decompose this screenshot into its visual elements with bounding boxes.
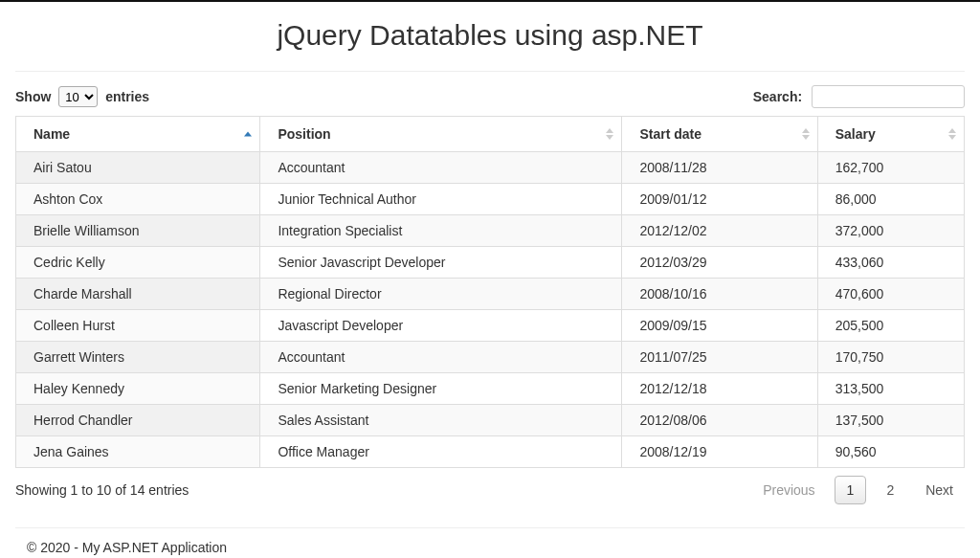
table-cell: 2008/10/16 [622,279,817,310]
sort-both-icon [802,127,810,141]
table-cell: 90,560 [817,436,964,468]
length-control: Show 10 entries [15,86,149,107]
page-button-1[interactable]: 1 [835,476,867,504]
table-cell: 170,750 [817,342,964,373]
header-row: Name Position Start date [16,117,965,152]
col-header-label-start-date: Start date [639,126,702,142]
table-cell: 2011/07/25 [622,342,817,373]
table-cell: 313,500 [817,373,964,405]
table-cell: Senior Marketing Designer [260,373,622,405]
table-row: Brielle WilliamsonIntegration Specialist… [16,215,965,247]
table-cell: Javascript Developer [260,310,622,342]
col-header-position[interactable]: Position [260,117,622,152]
search-input[interactable] [812,85,965,108]
table-cell: 2009/01/12 [622,184,817,215]
table-cell: 2012/08/06 [622,405,817,436]
table-cell: 433,060 [817,247,964,279]
table-cell: Integration Specialist [260,215,622,247]
table-cell: Senior Javascript Developer [260,247,622,279]
table-cell: 372,000 [817,215,964,247]
table-cell: Junior Technical Author [260,184,622,215]
col-header-start-date[interactable]: Start date [622,117,817,152]
table-cell: Regional Director [260,279,622,310]
sort-both-icon [948,127,956,141]
table-cell: 2008/11/28 [622,152,817,184]
table-cell: Herrod Chandler [16,405,260,436]
table-cell: 2008/12/19 [622,436,817,468]
data-table: Name Position Start date [15,116,965,468]
table-cell: Brielle Williamson [16,215,260,247]
table-cell: Colleen Hurst [16,310,260,342]
search-label: Search: [753,89,802,104]
table-cell: Accountant [260,152,622,184]
col-header-name[interactable]: Name [16,117,260,152]
next-button[interactable]: Next [914,477,965,503]
table-cell: 86,000 [817,184,964,215]
table-info: Showing 1 to 10 of 14 entries [15,482,189,498]
table-row: Cedric KellySenior Javascript Developer2… [16,247,965,279]
footer-text: © 2020 - My ASP.NET Application [15,540,965,558]
table-row: Charde MarshallRegional Director2008/10/… [16,279,965,310]
table-cell: Accountant [260,342,622,373]
table-cell: 162,700 [817,152,964,184]
table-cell: Jena Gaines [16,436,260,468]
col-header-label-salary: Salary [835,126,876,142]
table-cell: 137,500 [817,405,964,436]
col-header-label-position: Position [278,126,330,142]
table-cell: 2012/12/02 [622,215,817,247]
table-cell: Cedric Kelly [16,247,260,279]
entries-label: entries [105,89,149,104]
pagination: Previous 12 Next [751,476,965,504]
table-cell: Office Manager [260,436,622,468]
table-cell: Charde Marshall [16,279,260,310]
table-cell: 2009/09/15 [622,310,817,342]
show-label: Show [15,89,51,104]
page-button-2[interactable]: 2 [874,476,906,504]
table-row: Ashton CoxJunior Technical Author2009/01… [16,184,965,215]
table-cell: 2012/03/29 [622,247,817,279]
table-cell: Airi Satou [16,152,260,184]
table-cell: Sales Assistant [260,405,622,436]
table-row: Herrod ChandlerSales Assistant2012/08/06… [16,405,965,436]
table-cell: Garrett Winters [16,342,260,373]
search-control: Search: [753,85,965,108]
col-header-salary[interactable]: Salary [817,117,964,152]
col-header-label-name: Name [33,126,70,142]
table-cell: 205,500 [817,310,964,342]
table-cell: 2012/12/18 [622,373,817,405]
sort-both-icon [606,127,613,141]
table-cell: Haley Kennedy [16,373,260,405]
table-row: Colleen HurstJavascript Developer2009/09… [16,310,965,342]
previous-button[interactable]: Previous [751,477,826,503]
table-cell: Ashton Cox [16,184,260,215]
table-row: Haley KennedySenior Marketing Designer20… [16,373,965,405]
table-row: Jena GainesOffice Manager2008/12/1990,56… [16,436,965,468]
page-title: jQuery Datatables using asp.NET [15,19,965,52]
table-cell: 470,600 [817,279,964,310]
table-row: Airi SatouAccountant2008/11/28162,700 [16,152,965,184]
sort-asc-icon [244,131,252,138]
table-row: Garrett WintersAccountant2011/07/25170,7… [16,342,965,373]
length-select[interactable]: 10 [58,86,98,107]
